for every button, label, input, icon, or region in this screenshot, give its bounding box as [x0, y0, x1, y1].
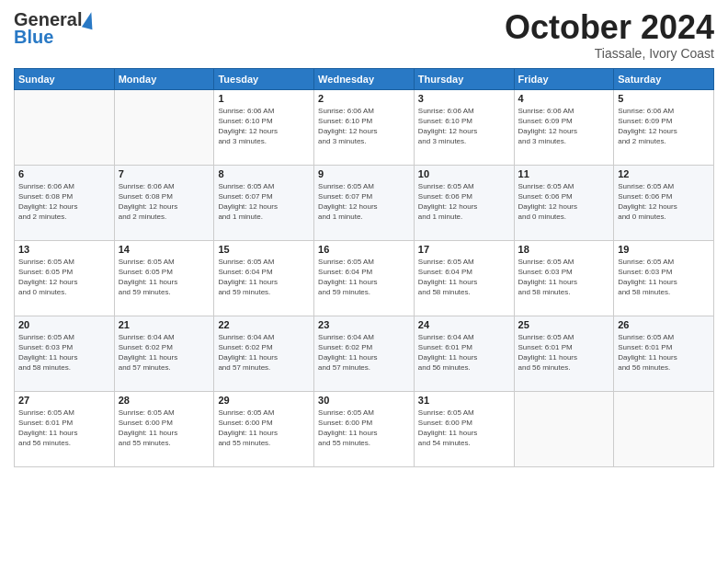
- day-info: Sunrise: 6:06 AM Sunset: 6:10 PM Dayligh…: [418, 106, 510, 147]
- day-info: Sunrise: 6:05 AM Sunset: 6:03 PM Dayligh…: [518, 257, 610, 298]
- day-number: 19: [618, 244, 710, 255]
- calendar-cell: 10Sunrise: 6:05 AM Sunset: 6:06 PM Dayli…: [414, 165, 514, 240]
- calendar-cell: 20Sunrise: 6:05 AM Sunset: 6:03 PM Dayli…: [15, 316, 115, 391]
- header: General Blue October 2024 Tiassale, Ivor…: [14, 9, 714, 61]
- day-number: 25: [518, 319, 610, 330]
- day-number: 17: [418, 244, 510, 255]
- calendar-week-row: 13Sunrise: 6:05 AM Sunset: 6:05 PM Dayli…: [15, 240, 714, 316]
- day-number: 23: [318, 319, 410, 330]
- calendar-week-row: 20Sunrise: 6:05 AM Sunset: 6:03 PM Dayli…: [15, 316, 714, 391]
- day-info: Sunrise: 6:05 AM Sunset: 6:07 PM Dayligh…: [318, 181, 410, 223]
- calendar-cell: 12Sunrise: 6:05 AM Sunset: 6:06 PM Dayli…: [614, 165, 714, 240]
- calendar-header-row: SundayMondayTuesdayWednesdayThursdayFrid…: [15, 68, 714, 89]
- day-info: Sunrise: 6:06 AM Sunset: 6:08 PM Dayligh…: [119, 181, 210, 223]
- day-info: Sunrise: 6:05 AM Sunset: 6:06 PM Dayligh…: [418, 181, 510, 223]
- day-info: Sunrise: 6:05 AM Sunset: 6:03 PM Dayligh…: [618, 257, 710, 298]
- day-number: 30: [318, 395, 410, 406]
- day-info: Sunrise: 6:06 AM Sunset: 6:08 PM Dayligh…: [18, 181, 110, 223]
- day-info: Sunrise: 6:05 AM Sunset: 6:01 PM Dayligh…: [618, 332, 710, 373]
- calendar-week-row: 1Sunrise: 6:06 AM Sunset: 6:10 PM Daylig…: [15, 89, 714, 165]
- location-subtitle: Tiassale, Ivory Coast: [505, 46, 714, 61]
- calendar-cell: 2Sunrise: 6:06 AM Sunset: 6:10 PM Daylig…: [314, 89, 415, 165]
- calendar-week-row: 6Sunrise: 6:06 AM Sunset: 6:08 PM Daylig…: [15, 165, 714, 240]
- day-number: 8: [218, 168, 310, 179]
- day-number: 24: [418, 319, 510, 330]
- day-number: 6: [18, 168, 110, 179]
- day-info: Sunrise: 6:06 AM Sunset: 6:10 PM Dayligh…: [318, 106, 410, 147]
- day-info: Sunrise: 6:04 AM Sunset: 6:01 PM Dayligh…: [418, 332, 510, 373]
- day-header-wednesday: Wednesday: [314, 68, 415, 89]
- day-number: 27: [18, 395, 110, 406]
- calendar-cell: 9Sunrise: 6:05 AM Sunset: 6:07 PM Daylig…: [314, 165, 415, 240]
- day-number: 4: [518, 93, 610, 104]
- calendar-cell: 26Sunrise: 6:05 AM Sunset: 6:01 PM Dayli…: [614, 316, 714, 391]
- day-info: Sunrise: 6:05 AM Sunset: 6:01 PM Dayligh…: [18, 408, 110, 449]
- day-number: 10: [418, 168, 510, 179]
- calendar-cell: [114, 89, 214, 165]
- calendar-cell: 25Sunrise: 6:05 AM Sunset: 6:01 PM Dayli…: [514, 316, 614, 391]
- day-number: 11: [518, 168, 610, 179]
- day-number: 29: [218, 395, 310, 406]
- day-number: 14: [119, 244, 210, 255]
- calendar-week-row: 27Sunrise: 6:05 AM Sunset: 6:01 PM Dayli…: [15, 391, 714, 466]
- day-info: Sunrise: 6:05 AM Sunset: 6:01 PM Dayligh…: [518, 332, 610, 373]
- day-number: 3: [418, 93, 510, 104]
- calendar-cell: [15, 89, 115, 165]
- calendar-cell: 3Sunrise: 6:06 AM Sunset: 6:10 PM Daylig…: [414, 89, 514, 165]
- day-number: 21: [119, 319, 210, 330]
- day-number: 1: [218, 93, 310, 104]
- day-number: 16: [318, 244, 410, 255]
- day-number: 20: [18, 319, 110, 330]
- day-number: 5: [618, 93, 710, 104]
- calendar-cell: 18Sunrise: 6:05 AM Sunset: 6:03 PM Dayli…: [514, 240, 614, 316]
- calendar-cell: 16Sunrise: 6:05 AM Sunset: 6:04 PM Dayli…: [314, 240, 415, 316]
- day-number: 18: [518, 244, 610, 255]
- day-info: Sunrise: 6:05 AM Sunset: 6:04 PM Dayligh…: [218, 257, 310, 298]
- calendar-cell: 28Sunrise: 6:05 AM Sunset: 6:00 PM Dayli…: [114, 391, 214, 466]
- day-info: Sunrise: 6:05 AM Sunset: 6:00 PM Dayligh…: [119, 408, 210, 449]
- day-info: Sunrise: 6:05 AM Sunset: 6:00 PM Dayligh…: [318, 408, 410, 449]
- day-info: Sunrise: 6:05 AM Sunset: 6:05 PM Dayligh…: [119, 257, 210, 298]
- calendar-cell: 29Sunrise: 6:05 AM Sunset: 6:00 PM Dayli…: [214, 391, 314, 466]
- day-info: Sunrise: 6:05 AM Sunset: 6:04 PM Dayligh…: [318, 257, 410, 298]
- calendar-cell: 8Sunrise: 6:05 AM Sunset: 6:07 PM Daylig…: [214, 165, 314, 240]
- calendar-cell: 17Sunrise: 6:05 AM Sunset: 6:04 PM Dayli…: [414, 240, 514, 316]
- calendar-cell: 7Sunrise: 6:06 AM Sunset: 6:08 PM Daylig…: [114, 165, 214, 240]
- logo-blue-arrow: [82, 10, 97, 29]
- day-info: Sunrise: 6:05 AM Sunset: 6:05 PM Dayligh…: [18, 257, 110, 298]
- calendar-table: SundayMondayTuesdayWednesdayThursdayFrid…: [14, 68, 714, 467]
- day-header-thursday: Thursday: [414, 68, 514, 89]
- day-header-saturday: Saturday: [614, 68, 714, 89]
- day-info: Sunrise: 6:05 AM Sunset: 6:00 PM Dayligh…: [218, 408, 310, 449]
- calendar-cell: 24Sunrise: 6:04 AM Sunset: 6:01 PM Dayli…: [414, 316, 514, 391]
- day-number: 7: [119, 168, 210, 179]
- day-info: Sunrise: 6:05 AM Sunset: 6:06 PM Dayligh…: [618, 181, 710, 223]
- day-info: Sunrise: 6:04 AM Sunset: 6:02 PM Dayligh…: [119, 332, 210, 373]
- calendar-cell: 19Sunrise: 6:05 AM Sunset: 6:03 PM Dayli…: [614, 240, 714, 316]
- day-info: Sunrise: 6:06 AM Sunset: 6:10 PM Dayligh…: [218, 106, 310, 147]
- calendar-cell: 13Sunrise: 6:05 AM Sunset: 6:05 PM Dayli…: [15, 240, 115, 316]
- day-header-friday: Friday: [514, 68, 614, 89]
- day-number: 2: [318, 93, 410, 104]
- calendar-cell: 30Sunrise: 6:05 AM Sunset: 6:00 PM Dayli…: [314, 391, 415, 466]
- day-info: Sunrise: 6:05 AM Sunset: 6:07 PM Dayligh…: [218, 181, 310, 223]
- day-info: Sunrise: 6:05 AM Sunset: 6:03 PM Dayligh…: [18, 332, 110, 373]
- day-header-tuesday: Tuesday: [214, 68, 314, 89]
- calendar-cell: 11Sunrise: 6:05 AM Sunset: 6:06 PM Dayli…: [514, 165, 614, 240]
- calendar-cell: 14Sunrise: 6:05 AM Sunset: 6:05 PM Dayli…: [114, 240, 214, 316]
- day-header-sunday: Sunday: [15, 68, 115, 89]
- calendar-cell: 15Sunrise: 6:05 AM Sunset: 6:04 PM Dayli…: [214, 240, 314, 316]
- day-header-monday: Monday: [114, 68, 214, 89]
- month-title: October 2024: [505, 9, 714, 46]
- day-number: 9: [318, 168, 410, 179]
- day-number: 22: [218, 319, 310, 330]
- calendar-cell: 5Sunrise: 6:06 AM Sunset: 6:09 PM Daylig…: [614, 89, 714, 165]
- day-number: 15: [218, 244, 310, 255]
- day-info: Sunrise: 6:04 AM Sunset: 6:02 PM Dayligh…: [218, 332, 310, 373]
- title-block: October 2024 Tiassale, Ivory Coast: [505, 9, 714, 61]
- day-number: 13: [18, 244, 110, 255]
- day-number: 31: [418, 395, 510, 406]
- day-info: Sunrise: 6:05 AM Sunset: 6:00 PM Dayligh…: [418, 408, 510, 449]
- calendar-cell: 22Sunrise: 6:04 AM Sunset: 6:02 PM Dayli…: [214, 316, 314, 391]
- day-number: 28: [119, 395, 210, 406]
